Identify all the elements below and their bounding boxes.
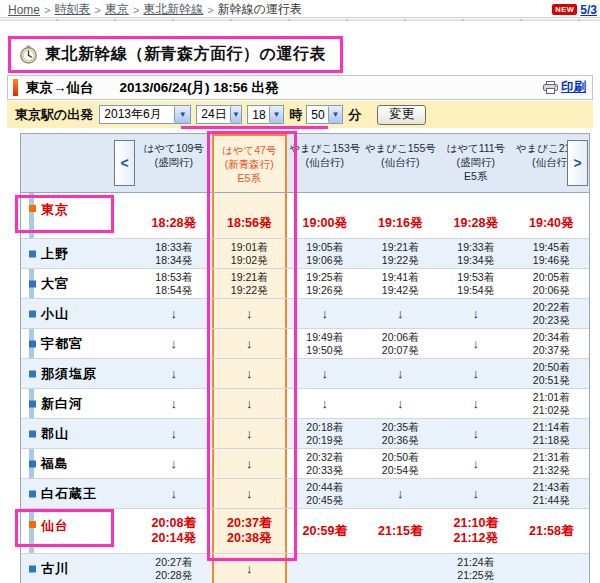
table-row: 福島↓↓20:32着20:33発20:50着20:54発↓21:31着21:32…: [21, 448, 589, 478]
table-row: 仙台20:08着20:14発20:37着20:38発20:59着21:15着21…: [21, 508, 589, 553]
departure-time: 19:22発: [231, 284, 268, 297]
time-cell: ↓: [287, 389, 363, 418]
departure-time: 19:00発: [303, 216, 347, 231]
time-cell: 20:50着20:54発: [363, 449, 439, 478]
time-cell: ↓: [136, 479, 212, 508]
time-cell: ↓: [363, 389, 439, 418]
arrival-time: 20:44着: [306, 481, 343, 494]
time-cell: 21:14着21:18発: [514, 419, 590, 448]
time-cell: [363, 554, 439, 583]
time-cell: 21:15着: [363, 509, 439, 553]
train-name: やまびこ155号: [365, 141, 436, 155]
departure-time: 19:50発: [306, 344, 343, 357]
pass-through-arrow: ↓: [473, 457, 480, 470]
time-cell: ↓: [212, 299, 288, 328]
print-button[interactable]: 印刷: [543, 79, 586, 96]
time-cell: ↓: [438, 479, 514, 508]
pass-through-arrow: ↓: [171, 487, 178, 500]
arrival-time: 21:10着: [454, 516, 498, 531]
table-row: 宇都宮↓↓19:49着19:50発20:06着20:07発↓20:34着20:3…: [21, 328, 589, 358]
prev-trains-button[interactable]: <: [114, 140, 135, 186]
departure-time: 21:25発: [457, 569, 494, 582]
minute-select[interactable]: 50 ▼: [306, 105, 343, 124]
hour-select[interactable]: 18 ▼: [247, 105, 284, 124]
breadcrumb-link[interactable]: 東北新幹線: [143, 1, 203, 18]
pass-through-arrow: ↓: [246, 457, 253, 470]
departure-time: 21:44発: [533, 494, 570, 507]
departure-time: 19:46発: [533, 254, 570, 267]
table-row: 上野18:33着18:34発19:01着19:02発19:05着19:06発19…: [21, 238, 589, 268]
arrival-time: 20:27着: [155, 556, 192, 569]
departure-time: 20:51発: [533, 374, 570, 387]
time-cell: 19:45着19:46発: [514, 239, 590, 268]
time-cell: ↓: [438, 329, 514, 358]
time-cell: 21:24着21:25発: [438, 554, 514, 583]
station-cell: 那須塩原: [21, 359, 136, 388]
month-select[interactable]: 2013年6月 ▼: [99, 105, 191, 124]
departure-time: 21:32発: [533, 464, 570, 477]
breadcrumb-link[interactable]: 東京: [105, 1, 129, 18]
station-bullet: [29, 565, 36, 572]
station-bullet: [29, 490, 36, 497]
clock-icon: [19, 45, 38, 64]
arrival-time: 21:43着: [533, 481, 570, 494]
station-name: 福島: [41, 455, 69, 473]
train-column-header: やまびこ153号(仙台行): [287, 134, 363, 192]
station-cell: 仙台: [21, 509, 136, 553]
train-destination: (盛岡行): [155, 155, 194, 169]
time-cell: ↓: [136, 299, 212, 328]
arrival-time: 19:49着: [306, 331, 343, 344]
time-cell: 19:16発: [363, 193, 439, 238]
breadcrumb-link[interactable]: 時刻表: [54, 1, 90, 18]
departure-time: 20:33発: [306, 464, 343, 477]
pass-through-arrow: ↓: [246, 562, 253, 575]
train-series: E5系: [238, 171, 261, 185]
new-badge: NEW: [552, 4, 577, 15]
time-cell: 18:28発: [136, 193, 212, 238]
minute-select-value: 50: [307, 108, 327, 122]
time-cell: 19:53着19:54発: [438, 269, 514, 298]
pass-through-arrow: ↓: [322, 367, 329, 380]
chevron-down-icon: ▼: [174, 106, 190, 123]
pass-through-arrow: ↓: [397, 487, 404, 500]
time-cell: 20:22着20:23発: [514, 299, 590, 328]
pass-through-arrow: ↓: [397, 367, 404, 380]
departure-time: 20:37発: [533, 344, 570, 357]
station-bullet: [29, 430, 36, 437]
arrival-time: 20:32着: [306, 451, 343, 464]
departure-time: 18:28発: [152, 216, 196, 231]
breadcrumb-link[interactable]: Home: [8, 3, 40, 17]
departure-time: 20:28発: [155, 569, 192, 582]
train-name: はやて109号: [144, 141, 204, 155]
pass-through-arrow: ↓: [171, 457, 178, 470]
pass-through-arrow: ↓: [171, 367, 178, 380]
arrival-time: 20:50着: [533, 361, 570, 374]
time-cell: 21:10着21:12発: [438, 509, 514, 553]
print-link[interactable]: 印刷: [561, 79, 586, 96]
page-title-box: 東北新幹線（新青森方面行）の運行表: [8, 36, 343, 73]
time-cell: ↓: [136, 449, 212, 478]
time-cell: ↓: [212, 389, 288, 418]
train-name: はやて111号: [446, 141, 505, 155]
departure-time: 20:06発: [533, 284, 570, 297]
pass-through-arrow: ↓: [171, 337, 178, 350]
arrival-time: 21:01着: [533, 391, 570, 404]
day-select[interactable]: 24日 ▼: [196, 105, 242, 124]
breadcrumb: Home>時刻表>東京>東北新幹線>新幹線の運行表 NEW 5/3: [8, 2, 597, 17]
time-cell: 20:37着20:38発: [212, 509, 288, 553]
time-cell: 19:21着19:22発: [363, 239, 439, 268]
next-trains-button[interactable]: >: [567, 140, 588, 186]
station-name: 白石蔵王: [41, 485, 97, 503]
arrival-time: 21:14着: [533, 421, 570, 434]
time-cell: 19:05着19:06発: [287, 239, 363, 268]
station-name: 郡山: [41, 425, 69, 443]
pass-through-arrow: ↓: [473, 337, 480, 350]
arrival-time: 19:41着: [382, 271, 419, 284]
change-button[interactable]: 変更: [377, 105, 426, 125]
time-cell: 21:43着21:44発: [514, 479, 590, 508]
train-column-header: はやて47号(新青森行)E5系: [212, 134, 288, 192]
time-cell: ↓: [438, 359, 514, 388]
departure-time: 20:38発: [227, 531, 271, 546]
train-column-header: はやて109号(盛岡行): [136, 134, 212, 192]
new-date-link[interactable]: 5/3: [580, 3, 597, 17]
